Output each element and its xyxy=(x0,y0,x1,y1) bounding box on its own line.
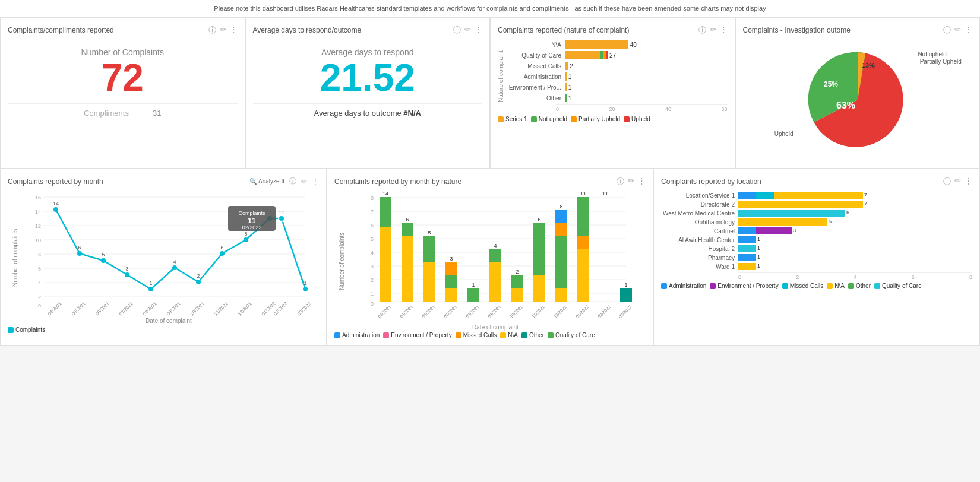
nature-bar-row: Other1 xyxy=(505,94,728,102)
svg-text:2: 2 xyxy=(38,294,41,300)
monthly-point-1 xyxy=(77,251,82,256)
monthly-svg-wrap: 16 14 12 10 8 6 4 2 0 xyxy=(18,191,319,324)
partially-label: Partially Upheld xyxy=(920,58,962,65)
svg-text:02/2022: 02/2022 xyxy=(242,224,262,230)
location-bar-label: Hospital 2 xyxy=(661,246,738,252)
avgdays-respond-value: 21.52 xyxy=(253,57,483,99)
more-icon[interactable]: ⋮ xyxy=(312,177,319,186)
location-bar-row: Location/Service 17 xyxy=(661,192,972,199)
svg-text:3: 3 xyxy=(125,266,128,272)
svg-text:1: 1 xyxy=(371,291,374,297)
svg-text:8: 8 xyxy=(371,195,374,201)
edit-icon[interactable]: ✏ xyxy=(710,25,716,36)
info-icon[interactable]: ⓘ xyxy=(208,25,216,36)
location-seg-na xyxy=(738,201,863,208)
svg-text:05/2021: 05/2021 xyxy=(399,304,414,319)
nature-bar-row: Environment / Pro...1 xyxy=(505,83,728,91)
bar-value-label: 1 xyxy=(568,95,572,102)
edit-icon[interactable]: ✏ xyxy=(954,25,961,36)
svg-text:02/2022: 02/2022 xyxy=(273,300,289,316)
monthly-point-0 xyxy=(53,207,58,212)
location-bar-container: 5 xyxy=(738,218,972,226)
monthlynature-header: Complaints reported by month by nature ⓘ… xyxy=(334,176,646,187)
more-icon[interactable]: ⋮ xyxy=(720,25,728,36)
svg-text:11: 11 xyxy=(580,192,586,196)
more-icon[interactable]: ⋮ xyxy=(965,25,972,36)
nature-icons: ⓘ ✏ ⋮ xyxy=(698,25,728,36)
complaints-panel: Complaints/compliments reported ⓘ ✏ ⋮ Nu… xyxy=(0,17,245,169)
bar-seg-notupheld xyxy=(565,94,567,102)
location-bar-label: Cartmel xyxy=(661,228,738,234)
svg-text:6: 6 xyxy=(538,217,540,223)
nature-bar-container: 27 xyxy=(565,51,728,59)
info-icon[interactable]: ⓘ xyxy=(698,25,706,36)
svg-text:10: 10 xyxy=(35,237,41,243)
location-bar-value: 7 xyxy=(864,201,867,208)
more-icon[interactable]: ⋮ xyxy=(475,25,482,36)
nature-bar-row: Quality of Care27 xyxy=(505,51,728,59)
location-bar-row: Al Awir Health Center1 xyxy=(661,236,972,243)
analyze-btn[interactable]: 🔍 Analyze It xyxy=(249,178,284,185)
monthlynature-title: Complaints reported by month by nature xyxy=(334,177,461,186)
svg-text:11: 11 xyxy=(248,217,256,225)
edit-icon[interactable]: ✏ xyxy=(954,176,961,187)
bar-value-label: 1 xyxy=(568,74,572,80)
svg-text:4: 4 xyxy=(494,243,497,249)
svg-text:08/2021: 08/2021 xyxy=(464,304,480,319)
nature-bar-label: N\A xyxy=(505,42,565,48)
location-seg-na xyxy=(774,192,863,199)
location-bar-container: 1 xyxy=(738,245,972,252)
more-icon[interactable]: ⋮ xyxy=(965,176,972,187)
bar-seg-series1 xyxy=(565,40,628,49)
svg-text:6: 6 xyxy=(371,223,374,229)
edit-icon[interactable]: ✏ xyxy=(464,25,471,36)
svg-text:7: 7 xyxy=(371,209,374,215)
svg-text:8: 8 xyxy=(244,231,247,237)
bar-value-label: 2 xyxy=(570,63,573,69)
edit-icon[interactable]: ✏ xyxy=(301,177,307,186)
svg-text:10/2021: 10/2021 xyxy=(189,300,206,316)
edit-icon[interactable]: ✏ xyxy=(628,176,634,187)
bar-value-label: 27 xyxy=(609,52,616,59)
svg-text:04/2021: 04/2021 xyxy=(47,300,63,316)
edit-icon[interactable]: ✏ xyxy=(220,25,226,36)
info-icon[interactable]: ⓘ xyxy=(617,176,624,187)
avgdays-title: Average days to respond/outcome xyxy=(253,26,362,34)
location-bar-row: Hospital 21 xyxy=(661,245,972,252)
bar-3-qoc xyxy=(445,275,457,288)
location-bar-row: Directorate 27 xyxy=(661,201,972,208)
location-bar-value: 1 xyxy=(757,254,760,261)
location-seg-admin xyxy=(738,227,756,234)
investigation-chart-area: 63% 25% 13% Not upheld Upheld Partially … xyxy=(743,40,973,161)
monthlynature-y-label: Number of complaints xyxy=(334,192,345,331)
svg-text:08/2021: 08/2021 xyxy=(142,300,158,316)
svg-text:12: 12 xyxy=(35,223,41,229)
not-upheld-pct: 25% xyxy=(824,80,838,88)
svg-text:05/2021: 05/2021 xyxy=(71,300,87,316)
info-icon[interactable]: ⓘ xyxy=(943,176,951,187)
svg-text:2: 2 xyxy=(516,269,519,275)
svg-text:4: 4 xyxy=(38,280,41,286)
partially-pct: 13% xyxy=(862,62,875,69)
bar-8-admin xyxy=(555,210,567,223)
location-bar-value: 7 xyxy=(864,192,867,199)
complaints-number-label: Number of Complaints xyxy=(8,47,238,57)
info-icon[interactable]: ⓘ xyxy=(289,176,296,186)
monthly-point-2 xyxy=(101,258,106,263)
location-bar-row: Ward 11 xyxy=(661,263,972,270)
info-icon[interactable]: ⓘ xyxy=(943,25,951,36)
compliments-label: Compliments xyxy=(84,109,129,118)
info-icon[interactable]: ⓘ xyxy=(453,25,461,36)
legend-dot xyxy=(531,116,537,122)
analyze-label: Analyze It xyxy=(258,178,284,185)
bar-8-qoc xyxy=(555,236,567,288)
complaints-sub: Compliments 31 xyxy=(8,103,238,118)
svg-text:12/2021: 12/2021 xyxy=(237,300,253,316)
monthly-header-right: 🔍 Analyze It ⓘ ✏ ⋮ xyxy=(249,176,319,186)
more-icon[interactable]: ⋮ xyxy=(230,25,238,36)
svg-text:5: 5 xyxy=(371,236,374,242)
bar-seg-series1 xyxy=(565,62,568,70)
location-seg-admin xyxy=(738,236,756,243)
nature-x-ticks: 0204060 xyxy=(556,104,728,112)
more-icon[interactable]: ⋮ xyxy=(638,176,646,187)
